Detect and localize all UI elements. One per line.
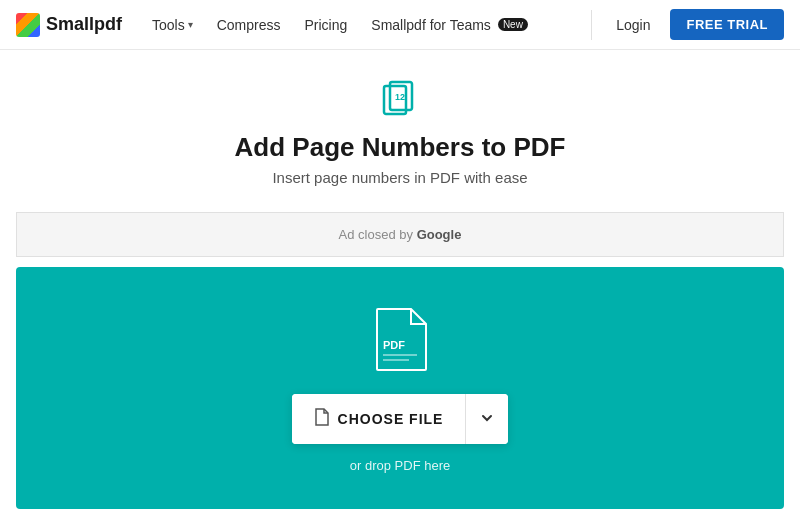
ad-google: Google xyxy=(417,227,462,242)
logo[interactable]: Smallpdf xyxy=(16,13,122,37)
nav-teams[interactable]: Smallpdf for Teams New xyxy=(361,11,538,39)
drop-hint: or drop PDF here xyxy=(350,458,450,473)
nav-divider xyxy=(591,10,592,40)
nav-right: Login FREE TRIAL xyxy=(587,9,784,40)
choose-file-label: CHOOSE FILE xyxy=(338,411,444,427)
drop-zone[interactable]: PDF CHOOSE FILE or drop PDF here xyxy=(16,267,784,509)
pricing-label: Pricing xyxy=(305,17,348,33)
nav-links: Tools ▾ Compress Pricing Smallpdf for Te… xyxy=(142,11,587,39)
navbar: Smallpdf Tools ▾ Compress Pricing Smallp… xyxy=(0,0,800,50)
choose-file-row: CHOOSE FILE xyxy=(292,394,509,444)
compress-label: Compress xyxy=(217,17,281,33)
page-title: Add Page Numbers to PDF xyxy=(20,132,780,163)
svg-text:12: 12 xyxy=(395,92,405,102)
hero-section: 12 Add Page Numbers to PDF Insert page n… xyxy=(0,50,800,202)
tools-label: Tools xyxy=(152,17,185,33)
ad-banner: Ad closed by Google xyxy=(16,212,784,257)
chevron-down-icon: ▾ xyxy=(188,19,193,30)
file-icon xyxy=(314,408,330,430)
hero-subtitle: Insert page numbers in PDF with ease xyxy=(20,169,780,186)
nav-tools[interactable]: Tools ▾ xyxy=(142,11,203,39)
teams-badge: New xyxy=(498,18,528,31)
nav-pricing[interactable]: Pricing xyxy=(295,11,358,39)
logo-text: Smallpdf xyxy=(46,14,122,35)
logo-icon xyxy=(16,13,40,37)
login-button[interactable]: Login xyxy=(606,11,660,39)
teams-label: Smallpdf for Teams xyxy=(371,17,491,33)
page-numbers-icon: 12 xyxy=(380,78,420,122)
pdf-file-icon: PDF xyxy=(373,307,428,376)
choose-file-dropdown-button[interactable] xyxy=(465,394,508,444)
choose-file-button[interactable]: CHOOSE FILE xyxy=(292,394,466,444)
nav-compress[interactable]: Compress xyxy=(207,11,291,39)
ad-text: Ad closed by xyxy=(339,227,417,242)
chevron-down-icon xyxy=(480,411,494,428)
svg-text:PDF: PDF xyxy=(383,339,405,351)
free-trial-button[interactable]: FREE TRIAL xyxy=(670,9,784,40)
